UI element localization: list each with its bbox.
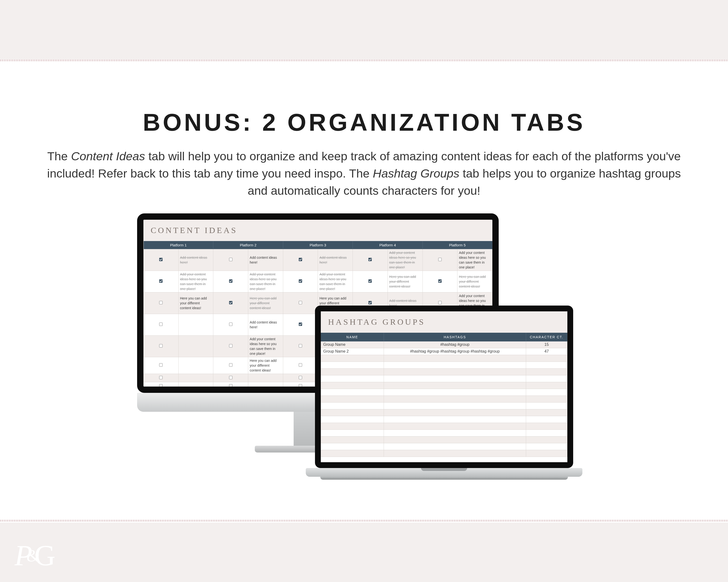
checkbox-icon[interactable]: [159, 301, 163, 304]
idea-cell[interactable]: Add your content ideas here so you can s…: [248, 271, 283, 293]
checkbox-cell[interactable]: [283, 249, 318, 271]
checkbox-cell[interactable]: [144, 249, 179, 271]
idea-cell[interactable]: Here you can add your different content …: [178, 293, 213, 314]
checkbox-cell[interactable]: [353, 271, 388, 293]
group-name-cell[interactable]: [321, 368, 384, 375]
idea-cell[interactable]: Add your content ideas here so you can s…: [318, 271, 353, 293]
idea-cell[interactable]: Here you can add your different content …: [248, 293, 283, 314]
checkbox-cell[interactable]: [283, 271, 318, 293]
idea-cell[interactable]: Add your content ideas here so you can s…: [388, 249, 422, 271]
checkbox-cell[interactable]: [144, 357, 179, 374]
idea-cell[interactable]: [178, 382, 213, 390]
group-name-cell[interactable]: [321, 423, 384, 429]
hashtags-cell[interactable]: [384, 443, 526, 450]
hashtags-cell[interactable]: [384, 430, 526, 436]
hashtags-cell[interactable]: [384, 450, 526, 456]
checkbox-icon[interactable]: [229, 301, 232, 304]
hashtag-row[interactable]: [321, 437, 567, 443]
hashtags-cell[interactable]: [384, 409, 526, 416]
checkbox-cell[interactable]: [213, 390, 248, 393]
group-name-cell[interactable]: [321, 450, 384, 456]
checkbox-icon[interactable]: [159, 363, 163, 367]
group-name-cell[interactable]: [321, 416, 384, 423]
hashtag-row[interactable]: [321, 376, 567, 382]
group-name-cell[interactable]: [321, 376, 384, 382]
group-name-cell[interactable]: [321, 443, 384, 450]
group-name-cell[interactable]: [321, 355, 384, 362]
group-name-cell[interactable]: [321, 409, 384, 416]
hashtags-cell[interactable]: [384, 403, 526, 409]
checkbox-icon[interactable]: [438, 258, 442, 261]
checkbox-cell[interactable]: [144, 271, 179, 293]
checkbox-cell[interactable]: [144, 293, 179, 314]
checkbox-icon[interactable]: [229, 344, 232, 348]
checkbox-cell[interactable]: [144, 382, 179, 390]
checkbox-cell[interactable]: [144, 390, 179, 393]
group-name-cell[interactable]: Group Name 2: [321, 348, 384, 355]
idea-cell[interactable]: Add content ideas here!: [318, 249, 353, 271]
checkbox-cell[interactable]: [213, 271, 248, 293]
hashtags-cell[interactable]: [384, 389, 526, 395]
checkbox-cell[interactable]: [213, 382, 248, 390]
idea-cell[interactable]: Add content ideas here!: [178, 249, 213, 271]
checkbox-cell[interactable]: [213, 374, 248, 382]
idea-cell[interactable]: [248, 390, 283, 393]
checkbox-icon[interactable]: [368, 279, 372, 283]
hashtags-cell[interactable]: [384, 355, 526, 362]
hashtag-row[interactable]: [321, 450, 567, 457]
checkbox-cell[interactable]: [422, 271, 458, 293]
idea-cell[interactable]: Here you can add your different content …: [388, 271, 422, 293]
hashtags-cell[interactable]: [384, 437, 526, 443]
checkbox-cell[interactable]: [144, 374, 179, 382]
hashtag-row[interactable]: [321, 368, 567, 376]
idea-cell[interactable]: Add content ideas here!: [248, 249, 283, 271]
hashtag-row[interactable]: Group Name 2#hashtag #group #hashtag #gr…: [321, 348, 567, 355]
hashtags-cell[interactable]: [384, 382, 526, 389]
checkbox-icon[interactable]: [159, 258, 163, 261]
hashtag-row[interactable]: [321, 396, 567, 403]
idea-cell[interactable]: [178, 374, 213, 382]
group-name-cell[interactable]: [321, 403, 384, 409]
hashtag-row[interactable]: [321, 423, 567, 430]
checkbox-cell[interactable]: [213, 293, 248, 314]
group-name-cell[interactable]: [321, 389, 384, 395]
group-name-cell[interactable]: [321, 430, 384, 436]
checkbox-icon[interactable]: [159, 323, 163, 326]
hashtag-row[interactable]: [321, 430, 567, 437]
checkbox-icon[interactable]: [299, 363, 302, 367]
checkbox-icon[interactable]: [368, 258, 372, 261]
checkbox-cell[interactable]: [353, 249, 388, 271]
hashtags-cell[interactable]: [384, 376, 526, 382]
checkbox-icon[interactable]: [299, 344, 302, 348]
checkbox-icon[interactable]: [368, 301, 372, 304]
idea-cell[interactable]: [178, 314, 213, 336]
idea-cell[interactable]: [178, 357, 213, 374]
hashtag-row[interactable]: [321, 443, 567, 450]
checkbox-icon[interactable]: [229, 363, 232, 367]
hashtags-cell[interactable]: #hashtag #group #hashtag #group #hashtag…: [384, 348, 526, 355]
group-name-cell[interactable]: [321, 437, 384, 443]
checkbox-icon[interactable]: [229, 258, 232, 261]
checkbox-icon[interactable]: [438, 301, 442, 304]
group-name-cell[interactable]: Group Name: [321, 341, 384, 348]
hashtag-row[interactable]: [321, 362, 567, 368]
group-name-cell[interactable]: [321, 362, 384, 368]
checkbox-icon[interactable]: [299, 258, 302, 261]
checkbox-icon[interactable]: [438, 279, 442, 283]
checkbox-icon[interactable]: [299, 279, 302, 283]
hashtag-row[interactable]: [321, 382, 567, 389]
checkbox-icon[interactable]: [299, 376, 302, 379]
checkbox-icon[interactable]: [159, 376, 163, 379]
checkbox-icon[interactable]: [159, 344, 163, 348]
checkbox-cell[interactable]: [213, 357, 248, 374]
hashtags-cell[interactable]: [384, 368, 526, 375]
checkbox-cell[interactable]: [144, 314, 179, 336]
checkbox-icon[interactable]: [299, 384, 302, 388]
idea-cell[interactable]: Here you can add your different content …: [248, 357, 283, 374]
checkbox-icon[interactable]: [229, 323, 232, 326]
checkbox-icon[interactable]: [159, 279, 163, 283]
hashtags-cell[interactable]: [384, 423, 526, 429]
checkbox-icon[interactable]: [299, 323, 302, 326]
hashtags-cell[interactable]: #hashtag #group: [384, 341, 526, 348]
hashtags-cell[interactable]: [384, 416, 526, 423]
